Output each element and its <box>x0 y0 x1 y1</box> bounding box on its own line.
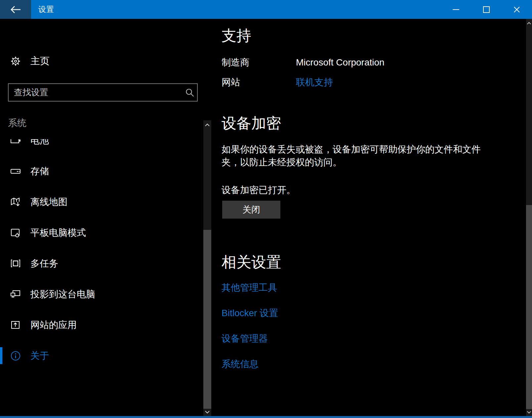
chevron-up-icon <box>526 21 532 25</box>
related-link-device-manager[interactable]: 设备管理器 <box>222 332 278 345</box>
sidebar: 主页 系统 电池 <box>0 19 203 416</box>
battery-icon <box>10 139 21 146</box>
multitasking-icon <box>10 258 21 269</box>
sidebar-item-label: 多任务 <box>30 257 58 270</box>
sidebar-item-label: 投影到这台电脑 <box>30 288 95 301</box>
page-scrollbar-thumb[interactable] <box>526 205 532 409</box>
gear-icon <box>10 56 21 67</box>
tablet-mode-icon <box>10 227 21 238</box>
search-button[interactable] <box>183 88 197 98</box>
sidebar-item-projecting[interactable]: 投影到这台电脑 <box>0 279 203 310</box>
related-link-bitlocker[interactable]: Bitlocker 设置 <box>222 307 278 320</box>
search-input[interactable] <box>9 87 183 98</box>
caption-buttons <box>441 0 532 19</box>
device-encryption-description: 如果你的设备丢失或被盗，设备加密可帮助保护你的文件和文件夹，以防止未经授权的访问… <box>222 143 497 169</box>
sidebar-scrollbar-thumb[interactable] <box>203 230 211 409</box>
close-icon <box>513 6 520 13</box>
taskbar-edge <box>0 416 532 418</box>
turn-off-encryption-button[interactable]: 关闭 <box>222 201 280 219</box>
page-scroll-up-button[interactable] <box>526 19 532 27</box>
sidebar-item-label: 离线地图 <box>30 196 67 208</box>
window-title: 设置 <box>38 0 54 19</box>
sidebar-item-label: 电池 <box>30 139 49 147</box>
chevron-down-icon <box>204 410 210 414</box>
sidebar-scrollbar[interactable] <box>203 120 211 416</box>
support-rows: 制造商 Microsoft Corporation 网站 联机支持 <box>222 56 385 96</box>
device-encryption-status: 设备加密已打开。 <box>222 184 296 196</box>
website-label: 网站 <box>222 76 296 89</box>
sidebar-item-storage[interactable]: 存储 <box>0 156 203 187</box>
online-support-link[interactable]: 联机支持 <box>296 76 333 89</box>
sidebar-item-label: 关于 <box>30 350 49 362</box>
offline-maps-icon <box>10 196 21 208</box>
sidebar-item-home[interactable]: 主页 <box>0 50 50 72</box>
website-row: 网站 联机支持 <box>222 76 385 89</box>
sidebar-item-label: 网站的应用 <box>30 319 77 331</box>
sidebar-item-multitasking[interactable]: 多任务 <box>0 248 203 279</box>
manufacturer-value: Microsoft Corporation <box>296 57 385 68</box>
sidebar-item-apps-for-websites[interactable]: 网站的应用 <box>0 310 203 340</box>
page-scroll-down-button[interactable] <box>526 408 532 416</box>
search-icon <box>185 88 195 98</box>
info-icon <box>10 350 21 361</box>
sidebar-item-battery[interactable]: 电池 <box>0 139 203 156</box>
main-content: 支持 制造商 Microsoft Corporation 网站 联机支持 设备加… <box>222 19 506 416</box>
project-to-pc-icon <box>10 289 21 300</box>
related-settings-links: 其他管理工具 Bitlocker 设置 设备管理器 系统信息 <box>222 281 278 383</box>
titlebar: 设置 <box>0 0 532 19</box>
search-box <box>8 83 198 102</box>
sidebar-scroll-down-button[interactable] <box>203 408 211 416</box>
device-encryption-heading: 设备加密 <box>222 113 281 133</box>
sidebar-item-label: 存储 <box>30 165 49 178</box>
sidebar-nav-list: 电池 存储 离线地图 <box>0 139 203 416</box>
sidebar-item-label: 平板电脑模式 <box>30 227 86 239</box>
minimize-button[interactable] <box>441 0 471 19</box>
apps-for-websites-icon <box>10 319 21 331</box>
page-scrollbar[interactable] <box>526 19 532 416</box>
related-settings-heading: 相关设置 <box>222 252 281 272</box>
support-heading: 支持 <box>222 26 251 46</box>
sidebar-item-offline-maps[interactable]: 离线地图 <box>0 187 203 217</box>
maximize-icon <box>483 6 490 13</box>
manufacturer-label: 制造商 <box>222 56 296 69</box>
back-button[interactable] <box>0 0 31 19</box>
close-button[interactable] <box>502 0 532 19</box>
sidebar-home-label: 主页 <box>30 55 50 68</box>
sidebar-item-about[interactable]: 关于 <box>0 340 203 371</box>
manufacturer-row: 制造商 Microsoft Corporation <box>222 56 385 69</box>
related-link-system-info[interactable]: 系统信息 <box>222 357 278 371</box>
chevron-up-icon <box>204 123 210 127</box>
storage-icon <box>10 166 21 177</box>
sidebar-item-tablet-mode[interactable]: 平板电脑模式 <box>0 217 203 248</box>
chevron-down-icon <box>526 410 532 414</box>
related-link-admin-tools[interactable]: 其他管理工具 <box>222 281 278 294</box>
sidebar-scroll-up-button[interactable] <box>203 120 211 130</box>
sidebar-section-label: 系统 <box>8 117 26 129</box>
back-arrow-icon <box>10 5 21 14</box>
minimize-icon <box>453 9 459 10</box>
maximize-button[interactable] <box>471 0 502 19</box>
